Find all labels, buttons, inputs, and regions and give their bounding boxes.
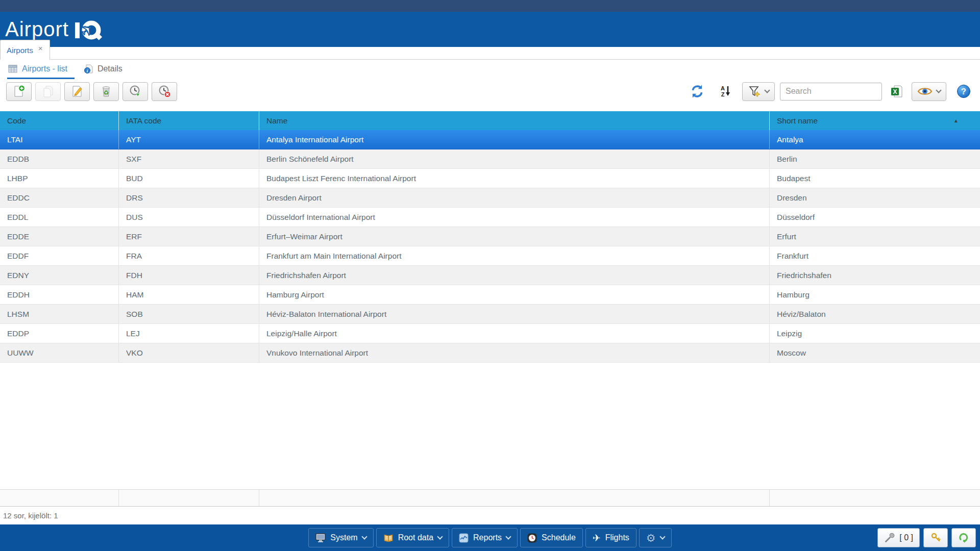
info-icon: i	[84, 64, 93, 73]
column-header-label: Name	[266, 116, 287, 126]
edit-record-button[interactable]	[64, 82, 90, 101]
table-row[interactable]: EDDPLEJLeipzig/Halle AirportLeipzig	[0, 324, 980, 343]
table-row[interactable]: UUWWVKOVnukovo International AirportMosc…	[0, 343, 980, 363]
filter-icon	[748, 85, 761, 98]
table-cell-short: Dresden	[770, 188, 980, 207]
nav-button-schedule[interactable]: Schedule	[520, 528, 583, 547]
table-cell-iata: HAM	[119, 285, 259, 304]
table-cell-name: Friedrichshafen Airport	[259, 266, 770, 285]
footer-cell-short	[770, 490, 980, 506]
logout-button[interactable]	[951, 528, 976, 547]
grid-icon	[8, 64, 17, 73]
excel-export-icon: X	[890, 85, 903, 98]
status-bar: 12 sor, kijelölt: 1	[0, 507, 980, 524]
app-header: Airport ✈	[0, 12, 980, 47]
table-cell-code: LHSM	[0, 305, 119, 323]
table-cell-code: UUWW	[0, 343, 119, 362]
table-row[interactable]: EDDFFRAFrankfurt am Main International A…	[0, 246, 980, 266]
subtab-details[interactable]: i Details	[83, 60, 130, 79]
app-window: Airport ✈ Airports × Airports - list	[0, 0, 980, 551]
table-row[interactable]: EDNYFDHFriedrichshafen AirportFriedrichs…	[0, 266, 980, 285]
table-cell-iata: FRA	[119, 246, 259, 265]
column-header-iata[interactable]: IATA code	[119, 111, 259, 130]
background-tasks-button[interactable]: [ 0 ]	[877, 528, 920, 547]
table-cell-code: LHBP	[0, 169, 119, 188]
close-icon[interactable]: ×	[38, 44, 43, 53]
table-cell-short: Düsseldorf	[770, 208, 980, 227]
table-cell-name: Erfurt–Weimar Airport	[259, 227, 770, 246]
footer-cell-iata	[119, 490, 259, 506]
table-cell-code: EDDH	[0, 285, 119, 304]
discard-history-button[interactable]	[152, 82, 177, 101]
export-excel-button[interactable]: X	[890, 85, 903, 98]
table-row[interactable]: LHBPBUDBudapest Liszt Ferenc Internation…	[0, 169, 980, 188]
table-cell-code: EDDC	[0, 188, 119, 207]
nav-button-label: Root data	[398, 533, 433, 542]
column-header-label: Code	[7, 116, 26, 126]
table-cell-name: Héviz-Balaton International Airport	[259, 305, 770, 323]
table-cell-name: Berlin Schönefeld Airport	[259, 149, 770, 168]
table-row[interactable]: EDDEERFErfurt–Weimar AirportErfurt	[0, 227, 980, 246]
table-cell-code: EDDL	[0, 208, 119, 227]
table-row[interactable]: EDDBSXFBerlin Schönefeld AirportBerlin	[0, 149, 980, 169]
table-cell-iata: FDH	[119, 266, 259, 285]
table-cell-short: Héviz/Balaton	[770, 305, 980, 323]
history-clock-icon	[129, 85, 142, 98]
bottom-nav: SystemRoot dataReportsSchedule✈Flights⚙	[308, 528, 671, 547]
table-cell-short: Leipzig	[770, 324, 980, 343]
table-cell-code: EDDB	[0, 149, 119, 168]
table-row[interactable]: EDDLDUSDüsseldorf International AirportD…	[0, 208, 980, 227]
help-button[interactable]: ?	[957, 84, 971, 98]
bottom-nav-bar: SystemRoot dataReportsSchedule✈Flights⚙ …	[0, 524, 980, 551]
clock-icon	[527, 533, 537, 543]
refresh-button[interactable]	[690, 84, 704, 98]
permissions-button[interactable]	[923, 528, 948, 547]
filter-button[interactable]	[742, 82, 775, 101]
delete-record-button[interactable]: ♻	[93, 82, 119, 101]
add-record-button[interactable]	[6, 82, 32, 101]
copy-record-button[interactable]	[35, 82, 61, 101]
table-row[interactable]: EDDHHAMHamburg AirportHamburg	[0, 285, 980, 305]
table-cell-short: Erfurt	[770, 227, 980, 246]
help-icon: ?	[957, 84, 971, 98]
book-icon	[383, 533, 394, 542]
toolbar-gap	[0, 104, 980, 111]
table-cell-code: EDDF	[0, 246, 119, 265]
table-cell-name: Leipzig/Halle Airport	[259, 324, 770, 343]
nav-button-reports[interactable]: Reports	[452, 528, 518, 547]
grid-body: LTAIAYTAntalya International AirportAnta…	[0, 130, 980, 363]
table-row[interactable]: EDDCDRSDresden AirportDresden	[0, 188, 980, 208]
airplane-q-logo-icon: ✈	[74, 19, 104, 42]
column-header-code[interactable]: Code	[0, 111, 119, 130]
plane-icon: ✈	[593, 533, 601, 543]
nav-button-label: Flights	[605, 533, 629, 542]
table-cell-name: Antalya International Airport	[259, 130, 770, 149]
tab-airports-label: Airports	[7, 46, 33, 55]
bottom-right-cluster: [ 0 ]	[877, 528, 976, 547]
chevron-down-icon	[505, 534, 511, 539]
edit-record-icon	[70, 85, 84, 98]
nav-button-root-data[interactable]: Root data	[376, 528, 449, 547]
table-row[interactable]: LTAIAYTAntalya International AirportAnta…	[0, 130, 980, 149]
sort-button[interactable]: A Z	[719, 85, 732, 98]
table-cell-iata: SXF	[119, 149, 259, 168]
chevron-down-icon	[764, 87, 770, 93]
subtab-bar: Airports - list i Details	[0, 60, 980, 79]
tab-airports[interactable]: Airports ×	[0, 40, 50, 60]
table-cell-name: Hamburg Airport	[259, 285, 770, 304]
column-header-name[interactable]: Name	[259, 111, 770, 130]
history-button[interactable]	[122, 82, 148, 101]
nav-button-flights[interactable]: ✈Flights	[585, 528, 636, 547]
subtab-airports-list[interactable]: Airports - list	[7, 60, 75, 79]
subtab-airports-list-label: Airports - list	[22, 64, 67, 73]
table-cell-iata: DUS	[119, 208, 259, 227]
nav-button-system[interactable]: System	[308, 528, 373, 547]
column-visibility-button[interactable]	[912, 82, 946, 101]
svg-text:♻: ♻	[104, 89, 109, 96]
nav-button-label: Schedule	[542, 533, 576, 542]
search-input[interactable]	[780, 83, 882, 101]
column-header-short[interactable]: Short name▲	[770, 111, 980, 130]
svg-text:?: ?	[961, 87, 966, 96]
nav-button-settings[interactable]: ⚙	[639, 528, 672, 547]
table-row[interactable]: LHSMSOBHéviz-Balaton International Airpo…	[0, 305, 980, 324]
